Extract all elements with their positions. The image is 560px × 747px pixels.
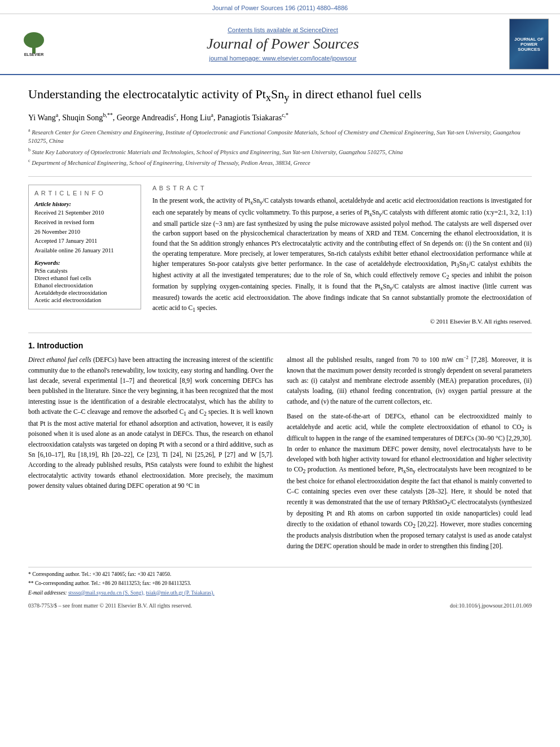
article-info-abstract-section: A R T I C L E I N F O Article history: R… <box>28 185 532 325</box>
footer-bottom: 0378-7753/$ – see front matter © 2011 El… <box>28 602 532 609</box>
revised-date: 26 November 2010 <box>34 228 135 237</box>
keyword-2: Direct ethanol fuel cells <box>34 275 135 281</box>
article-title: Understanding the electrocatalytic activ… <box>28 86 532 105</box>
article-info-box: A R T I C L E I N F O Article history: R… <box>28 185 141 309</box>
svg-point-2 <box>24 32 44 48</box>
intro-col-left: Direct ethanol fuel cells (DEFCs) have b… <box>28 355 273 556</box>
accepted-date: Accepted 17 January 2011 <box>34 237 135 246</box>
received-date: Received 21 September 2010 <box>34 209 135 217</box>
intro-p1: Direct ethanol fuel cells (DEFCs) have b… <box>28 355 273 491</box>
email-footnote: E-mail addresses: stsssq@mail.sysu.edu.c… <box>28 589 532 597</box>
journal-cover-image: JOURNAL OFPOWERSOURCES <box>509 19 549 69</box>
footnote-2-text: ** Co-corresponding author. Tel.: +86 20… <box>28 580 191 586</box>
and-text: and <box>238 451 248 458</box>
intro-p3: Based on the state-of-the-art of DEFCs, … <box>287 411 532 551</box>
top-bar: Journal of Power Sources 196 (2011) 4880… <box>0 0 560 14</box>
footnote-1-text: * Corresponding author. Tel.: +30 421 74… <box>28 571 171 577</box>
affiliation-c: c Department of Mechanical Engineering, … <box>28 158 532 167</box>
abstract-column: A B S T R A C T In the present work, the… <box>152 185 532 325</box>
sciencedirect-link[interactable]: Contents lists available at ScienceDirec… <box>62 27 504 33</box>
footer-section: * Corresponding author. Tel.: +30 421 74… <box>28 567 532 609</box>
online-date: Available online 26 January 2011 <box>34 247 135 255</box>
article-history-label: Article history: <box>34 201 135 207</box>
keywords-list: PtSn catalysts Direct ethanol fuel cells… <box>34 268 135 303</box>
svg-text:ELSEVIER: ELSEVIER <box>24 53 44 56</box>
issn-text: 0378-7753/$ – see front matter © 2011 El… <box>28 602 192 609</box>
authors-line: Yi Wanga, Shuqin Songb,**, George Andrea… <box>28 112 532 123</box>
keywords-label: Keywords: <box>34 260 135 266</box>
intro-heading: 1. Introduction <box>28 341 532 350</box>
journal-title: Journal of Power Sources <box>62 36 504 53</box>
journal-header: ELSEVIER Contents lists available at Sci… <box>0 14 560 75</box>
divider-top <box>28 176 532 177</box>
keyword-5: Acetic acid electrooxidation <box>34 297 135 303</box>
affiliation-a: a Research Center for Green Chemistry an… <box>28 127 532 146</box>
article-info-title: A R T I C L E I N F O <box>34 190 135 196</box>
keyword-1: PtSn catalysts <box>34 268 135 274</box>
elsevier-logo: ELSEVIER <box>11 29 56 59</box>
divider-middle <box>28 333 532 333</box>
introduction-section: 1. Introduction Direct ethanol fuel cell… <box>28 341 532 556</box>
doi-text: doi:10.1016/j.jpowsour.2011.01.069 <box>450 602 532 609</box>
affiliation-b: b State Key Laboratory of Optoelectronic… <box>28 147 532 156</box>
footnote-2: ** Co-corresponding author. Tel.: +86 20… <box>28 580 532 587</box>
footnote-1: * Corresponding author. Tel.: +30 421 74… <box>28 571 532 578</box>
email-label: E-mail addresses: <box>28 590 67 596</box>
revised-label: Received in revised form <box>34 219 135 227</box>
email-1[interactable]: stsssq@mail.sysu.edu.cn (S. Song), <box>68 590 145 596</box>
intro-p2: almost all the published results, ranged… <box>287 355 532 407</box>
abstract-title: A B S T R A C T <box>152 185 532 191</box>
keyword-4: Acetaldehyde electrooxidation <box>34 290 135 296</box>
copyright-text: © 2011 Elsevier B.V. All rights reserved… <box>152 318 532 325</box>
intro-col-right: almost all the published results, ranged… <box>287 355 532 556</box>
journal-reference: Journal of Power Sources 196 (2011) 4880… <box>212 5 348 11</box>
abstract-text: In the present work, the activity of Ptx… <box>152 196 532 314</box>
intro-body-columns: Direct ethanol fuel cells (DEFCs) have b… <box>28 355 532 556</box>
homepage-link[interactable]: journal homepage: www.elsevier.com/locat… <box>62 55 504 62</box>
journal-center-info: Contents lists available at ScienceDirec… <box>62 27 504 62</box>
keyword-3: Ethanol electrooxidation <box>34 282 135 289</box>
main-content: Understanding the electrocatalytic activ… <box>0 75 560 620</box>
article-info-column: A R T I C L E I N F O Article history: R… <box>28 185 141 325</box>
email-2[interactable]: tsiak@mie.uth.gr (P. Tsiakaras). <box>146 590 214 596</box>
affiliations: a Research Center for Green Chemistry an… <box>28 127 532 168</box>
